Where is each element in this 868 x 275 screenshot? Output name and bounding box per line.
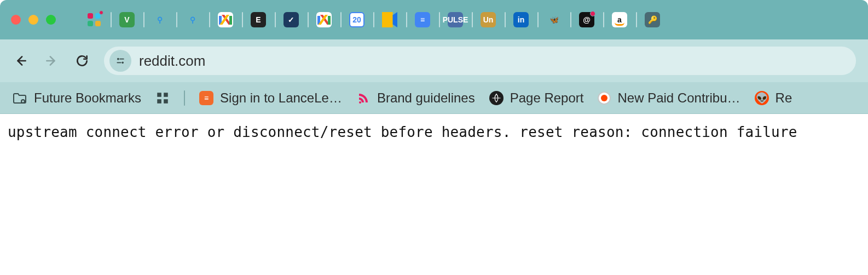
window-controls <box>11 15 56 25</box>
title-app-linkedin[interactable]: in <box>505 10 537 30</box>
bookmark-label: Brand guidelines <box>377 90 475 106</box>
svg-rect-9 <box>157 99 161 104</box>
svg-point-2 <box>117 58 119 60</box>
docs-icon: ≡ <box>415 12 430 27</box>
linkedin-icon: in <box>513 12 529 27</box>
back-button[interactable] <box>12 52 30 70</box>
svg-rect-3 <box>119 59 124 60</box>
bookmark-label: Page Report <box>510 90 584 106</box>
bookmark-folder-future[interactable]: Future Bookmarks <box>12 90 141 106</box>
page-body: upstream connect error or disconnect/res… <box>0 114 868 150</box>
e-icon: E <box>251 12 266 27</box>
gmail-icon <box>218 12 233 27</box>
title-app-slack[interactable] <box>78 10 111 30</box>
bookmark-label: New Paid Contribu… <box>617 90 740 106</box>
calendar-icon: 20 <box>349 12 364 27</box>
reddit-favicon-icon: 👽 <box>755 91 769 105</box>
title-app-meet[interactable] <box>373 10 406 30</box>
title-app-docs[interactable]: ≡ <box>406 10 439 30</box>
title-app-un[interactable]: Un <box>472 10 505 30</box>
bookmark-page-report[interactable]: Page Report <box>489 90 584 106</box>
bookmark-paid-contribu[interactable]: New Paid Contribu… <box>598 90 740 106</box>
title-app-venus-2[interactable]: ⚲ <box>176 10 209 30</box>
title-bar-app-shortcuts: V ⚲ ⚲ E ✓ 20 ≡ <box>78 10 669 30</box>
pulse-icon: PULSE <box>448 12 463 27</box>
bookmarks-bar: Future Bookmarks ≡ Sign in to LanceLe… B… <box>0 82 868 114</box>
amazon-icon: a <box>612 12 627 27</box>
venus-icon: ⚲ <box>185 12 200 27</box>
title-app-key[interactable]: 🔑 <box>636 10 669 30</box>
bookmark-label: Re <box>776 90 792 106</box>
title-app-check[interactable]: ✓ <box>275 10 308 30</box>
site-settings-chip[interactable] <box>109 50 131 72</box>
title-app-amazon[interactable]: a <box>603 10 636 30</box>
bookmark-folder-label: Future Bookmarks <box>34 90 141 106</box>
bookmark-reddit[interactable]: 👽 Re <box>755 90 792 106</box>
venus-icon: ⚲ <box>152 12 167 27</box>
svg-rect-7 <box>157 93 161 97</box>
bookmarks-separator <box>184 90 185 106</box>
gmail-icon <box>316 12 332 27</box>
un-icon: Un <box>481 12 496 27</box>
meet-icon <box>382 12 397 27</box>
close-window-button[interactable] <box>11 15 21 25</box>
globe-favicon-icon <box>489 91 504 105</box>
omnibox[interactable]: reddit.com <box>104 47 856 75</box>
svg-rect-5 <box>117 62 121 64</box>
title-app-threads[interactable]: @ <box>570 10 603 30</box>
forward-button[interactable] <box>43 52 60 70</box>
url-text: reddit.com <box>139 53 205 70</box>
svg-rect-10 <box>164 99 168 104</box>
address-bar: reddit.com <box>0 39 868 82</box>
zoom-window-button[interactable] <box>46 15 56 25</box>
slack-icon <box>86 12 102 27</box>
tune-icon <box>115 55 126 66</box>
reload-button[interactable] <box>73 52 91 70</box>
bluesky-icon: 🦋 <box>546 12 562 27</box>
check-icon: ✓ <box>283 12 299 27</box>
title-app-e[interactable]: E <box>242 10 275 30</box>
title-app-gmail-2[interactable] <box>308 10 340 30</box>
bookmark-lance[interactable]: ≡ Sign in to LanceLe… <box>199 90 342 106</box>
bookmark-label: Sign in to LanceLe… <box>220 90 342 106</box>
v-icon: V <box>119 12 135 27</box>
apps-grid-icon <box>155 91 170 105</box>
svg-rect-8 <box>164 93 168 97</box>
bookmark-brand-guidelines[interactable]: Brand guidelines <box>356 90 475 106</box>
title-app-gmail-1[interactable] <box>209 10 242 30</box>
title-app-venus-1[interactable]: ⚲ <box>143 10 176 30</box>
record-favicon-icon <box>598 91 611 105</box>
title-app-v[interactable]: V <box>111 10 143 30</box>
folder-gear-icon <box>12 91 27 105</box>
key-icon: 🔑 <box>645 12 660 27</box>
title-app-calendar[interactable]: 20 <box>340 10 373 30</box>
svg-point-4 <box>121 62 124 64</box>
title-app-pulse[interactable]: PULSE <box>439 10 472 30</box>
minimize-window-button[interactable] <box>28 15 38 25</box>
threads-icon: @ <box>579 12 594 27</box>
rss-favicon-icon <box>356 91 371 105</box>
error-message-text: upstream connect error or disconnect/res… <box>8 124 797 140</box>
bookmark-apps-grid[interactable] <box>155 91 170 105</box>
title-bar: V ⚲ ⚲ E ✓ 20 ≡ <box>0 0 868 39</box>
lance-favicon-icon: ≡ <box>199 91 213 105</box>
title-app-bluesky[interactable]: 🦋 <box>537 10 570 30</box>
